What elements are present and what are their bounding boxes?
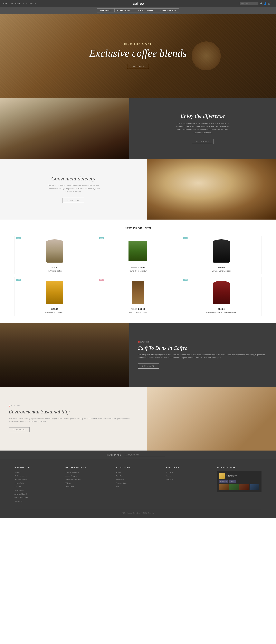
nav-item-organic-coffee[interactable]: ORGANIC COFFEE (134, 8, 156, 12)
footer-link-sitemap[interactable]: Site Map (15, 486, 21, 488)
blog-title-1: Stuff To Dunk In Coffee (138, 345, 187, 351)
footer-link-template-settings[interactable]: Template Settings (15, 478, 27, 480)
footer-link-group-sales[interactable]: Group Sales (65, 486, 74, 488)
product-price-1: $75.00 (17, 266, 92, 269)
search-input[interactable] (240, 2, 258, 5)
account-icon[interactable]: 👤 (264, 2, 266, 5)
product-card-4[interactable]: NEW $25.00 Lavazza Crema e Gusto (15, 277, 95, 316)
facebook-page-name: TemplateMonster (226, 474, 238, 476)
newsletter-submit-button[interactable]: → (168, 454, 170, 456)
footer-links-my-account: Sign In View Cart My Wishlist Track My O… (116, 471, 160, 488)
footer-link-track-order[interactable]: Track My Order (116, 482, 127, 484)
footer-link-help[interactable]: Help (116, 486, 119, 488)
hero-content: FIND THE MOST Exclusive coffee blends CL… (89, 43, 187, 69)
facebook-share-button[interactable]: Share (229, 480, 236, 483)
products-grid: NEW $75.00 Illy Ground Coffee NEW $31.00… (15, 236, 261, 316)
products-title: NEW PRODUCTS (15, 227, 261, 230)
footer-link-view-cart[interactable]: View Cart (116, 475, 122, 477)
nav-item-espresso[interactable]: ESPRESSO ▼ (97, 8, 114, 12)
product-card-5[interactable]: SALE $63.00 $60.00 Teeccino Herbal Coffe… (98, 277, 178, 316)
blog-cta-1[interactable]: READ MORE (138, 364, 159, 369)
footer-col-title-why-buy: WHY BUY FROM US (65, 466, 110, 469)
language-selector[interactable]: English (15, 2, 20, 4)
enjoy-section: Enjoy the difference Unlike the grocery … (0, 98, 276, 159)
product-name-6: Lavazza Premium House Blend Coffee (184, 312, 259, 314)
facebook-like-count: 70,441 likes (226, 476, 238, 478)
footer-col-follow-us: FOLLOW US Facebook Twitter Google + (166, 466, 211, 504)
footer-link-customer-service[interactable]: Customer Service (15, 475, 27, 477)
footer-link-facebook[interactable]: Facebook (166, 472, 173, 473)
footer-link-google-plus[interactable]: Google + (166, 478, 173, 480)
clock-icon-2: ⏰ (9, 405, 11, 406)
delivery-cta-button[interactable]: CLICK HERE (63, 198, 84, 203)
product-card-6[interactable]: NEW $56.00 Lavazza Premium House Blend C… (181, 277, 261, 316)
list-item: Facebook (166, 471, 211, 474)
enjoy-description: Unlike the grocery store, you'll always … (175, 122, 230, 134)
site-logo[interactable]: coffee (133, 1, 144, 6)
footer-link-contact[interactable]: Contact Us (15, 500, 22, 502)
blog-image-2 (147, 387, 276, 450)
delivery-image (147, 159, 276, 220)
product-image-1 (17, 238, 92, 264)
product-card-1[interactable]: NEW $75.00 Illy Ground Coffee (15, 236, 95, 274)
product-name-4: Lavazza Crema e Gusto (17, 312, 92, 314)
top-bar-left: Home Blog English ▼ Currency: USD (3, 2, 37, 4)
newsletter-input[interactable] (124, 453, 165, 457)
blog-section-2: ⏰ 01 / 10 / 2015 Environmental Sustainab… (0, 387, 276, 450)
footer-links-why-buy: Shipping & Returns Secure Shopping Inter… (65, 471, 110, 488)
product-badge-5: SALE (99, 279, 104, 281)
search-icon[interactable]: 🔍 (260, 2, 263, 5)
footer-link-privacy[interactable]: Privacy Policy (15, 482, 24, 484)
nav-blog[interactable]: Blog (10, 2, 13, 4)
product-img-keurig (128, 241, 147, 261)
footer-link-sign-in[interactable]: Sign In (116, 472, 120, 473)
footer-col-facebook-page: FACEBOOK PAGE TM TemplateMonster 70,441 … (217, 466, 261, 504)
hero-cta-button[interactable]: CLICK HERE (127, 64, 149, 69)
facebook-thumb-4 (250, 484, 259, 490)
list-item: Twitter (166, 474, 211, 477)
footer-link-international[interactable]: International Shipping (65, 478, 80, 480)
footer-link-twitter[interactable]: Twitter (166, 475, 171, 477)
list-item: View Cart (116, 474, 160, 477)
footer-col-information: INFORMATION About Us Customer Service Te… (15, 466, 59, 504)
newsletter-label: NEWSLETTER (106, 454, 121, 456)
footer: INFORMATION About Us Customer Service Te… (0, 459, 276, 518)
footer-link-shipping[interactable]: Shipping & Returns (65, 472, 79, 473)
hero-decoration (192, 42, 221, 70)
product-image-2 (100, 238, 176, 264)
product-image-4 (17, 280, 92, 306)
list-item: Sign In (116, 471, 160, 474)
facebook-page-header: TM TemplateMonster 70,441 likes (219, 473, 259, 479)
list-item: Customer Service (15, 474, 59, 477)
footer-link-search-terms[interactable]: Search Terms (15, 490, 24, 491)
footer-link-about[interactable]: About Us (15, 472, 21, 473)
footer-col-why-buy: WHY BUY FROM US Shipping & Returns Secur… (65, 466, 110, 504)
footer-link-orders-returns[interactable]: Orders and Returns (15, 497, 29, 498)
blog-text-1: ⏰ 01 / 16 / 2015 Stuff To Dunk In Coffee… (129, 323, 276, 387)
facebook-like-button[interactable]: Like Page (219, 480, 228, 483)
footer-link-wishlist[interactable]: My Wishlist (116, 478, 124, 480)
nav-home[interactable]: Home (3, 2, 7, 4)
bar-crowd-image (0, 323, 129, 387)
footer-link-advanced-search[interactable]: Advanced Search (15, 493, 27, 495)
currency-selector[interactable]: Currency: USD (26, 2, 37, 4)
footer-link-affiliates[interactable]: Affiliates (65, 482, 71, 484)
product-card-3[interactable]: NEW $56.00 Lavazza Caffe Espresso (181, 236, 261, 274)
newsletter-section: NEWSLETTER → (0, 450, 276, 459)
footer-col-title-facebook: FACEBOOK PAGE (217, 466, 261, 469)
product-img-teeccino (132, 281, 144, 304)
enjoy-cta-button[interactable]: CLICK HERE (192, 139, 213, 144)
nav-item-coffee-beans[interactable]: COFFEE BEANS (114, 8, 134, 12)
product-price-6: $56.00 (184, 308, 259, 310)
facebook-widget: TM TemplateMonster 70,441 likes Like Pag… (217, 471, 261, 492)
blog-cta-2[interactable]: READ MORE (9, 427, 30, 432)
footer-link-secure-shopping[interactable]: Secure Shopping (65, 475, 77, 477)
blog-description-2: Environmental sustainability – particula… (9, 417, 138, 423)
nav-item-coffee-with-milk[interactable]: COFFEE WITH MILK (156, 8, 179, 12)
footer-col-title-follow-us: FOLLOW US (166, 466, 211, 469)
list-item: Search Terms (15, 489, 59, 492)
product-price-3: $56.00 (184, 266, 259, 269)
product-card-2[interactable]: NEW $31.00 $30.00 Keurig Green Mountain (98, 236, 178, 274)
product-img-lavazza-crema (46, 281, 63, 304)
cart-icon[interactable]: 🛒 (268, 2, 270, 5)
